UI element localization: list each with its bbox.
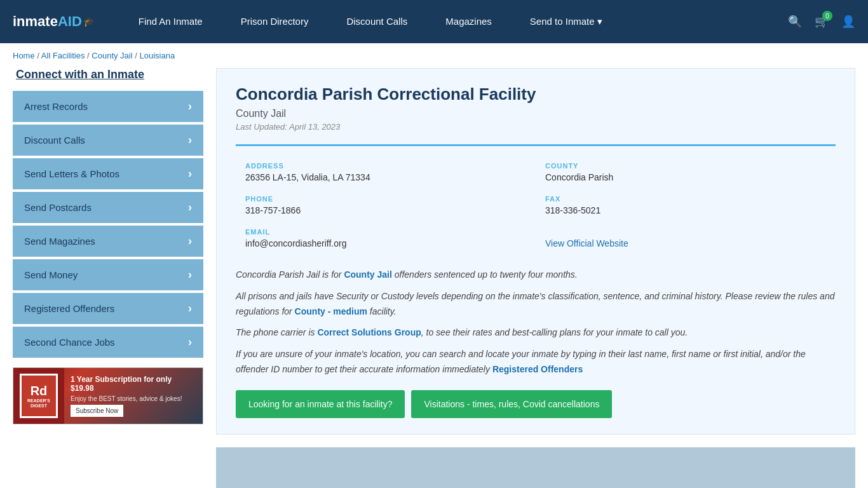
nav-prison-directory[interactable]: Prison Directory	[222, 16, 328, 27]
facility-card: Concordia Parish Correctional Facility C…	[216, 68, 855, 435]
email-label: EMAIL	[245, 228, 526, 236]
county-label: COUNTY	[545, 162, 826, 170]
user-icon[interactable]: 👤	[841, 15, 855, 29]
county-value: Concordia Parish	[545, 172, 826, 182]
fax-value: 318-336-5021	[545, 205, 826, 215]
fax-cell: FAX 318-336-5021	[536, 189, 836, 222]
breadcrumb-county-jail[interactable]: County Jail	[92, 51, 132, 60]
breadcrumb-home[interactable]: Home	[13, 51, 35, 60]
desc-inmate-search: If you are unsure of your inmate's locat…	[236, 347, 836, 377]
fax-label: FAX	[545, 195, 826, 203]
ad-subtitle: Enjoy the BEST stories, advice & jokes!	[71, 395, 196, 402]
nav-discount-calls[interactable]: Discount Calls	[327, 16, 426, 27]
search-icon[interactable]: 🔍	[788, 15, 802, 29]
main-container: Connect with an Inmate Arrest Records › …	[0, 68, 868, 488]
desc-county-jail: Concordia Parish Jail is for County Jail…	[236, 268, 836, 283]
breadcrumb-state[interactable]: Louisiana	[139, 51, 175, 60]
nav-find-inmate[interactable]: Find An Inmate	[119, 16, 222, 27]
phone-cell: PHONE 318-757-1866	[236, 189, 536, 222]
logo[interactable]: inmateAID🎓	[13, 13, 94, 30]
phone-value: 318-757-1866	[245, 205, 526, 215]
logo-aid: AID	[58, 13, 82, 30]
email-cell: EMAIL info@concordiasheriff.org	[236, 222, 536, 255]
arrow-icon: ›	[188, 234, 192, 248]
breadcrumb: Home / All Facilities / County Jail / Lo…	[0, 43, 868, 68]
cart-badge: 0	[822, 11, 832, 21]
county-cell: COUNTY Concordia Parish	[536, 156, 836, 189]
county-medium-link[interactable]: County - medium	[295, 306, 367, 316]
arrow-icon: ›	[188, 100, 192, 113]
arrow-icon: ›	[188, 133, 192, 147]
arrow-icon: ›	[188, 302, 192, 315]
county-jail-link[interactable]: County Jail	[344, 269, 391, 280]
website-link[interactable]: View Official Website	[545, 238, 628, 248]
sidebar-second-chance-jobs[interactable]: Second Chance Jobs ›	[13, 327, 203, 358]
desc-security: All prisons and jails have Security or C…	[236, 289, 836, 320]
ad-rd-inner: Rd READER'S DIGEST	[20, 374, 58, 418]
ad-logo: Rd READER'S DIGEST	[13, 367, 64, 424]
breadcrumb-all-facilities[interactable]: All Facilities	[41, 51, 85, 60]
address-cell: ADDRESS 26356 LA-15, Vidalia, LA 71334	[236, 156, 536, 189]
address-label: ADDRESS	[245, 162, 526, 170]
sidebar-send-postcards[interactable]: Send Postcards ›	[13, 192, 203, 223]
nav-send-to-inmate[interactable]: Send to Inmate ▾	[511, 16, 621, 27]
logo-text: inmate	[13, 13, 58, 30]
sidebar-title: Connect with an Inmate	[13, 68, 203, 81]
desc-phone-carrier: The phone carrier is Correct Solutions G…	[236, 325, 836, 341]
nav-magazines[interactable]: Magazines	[426, 16, 511, 27]
website-cell: WEBSITE View Official Website	[536, 222, 836, 255]
cart-icon[interactable]: 🛒 0	[815, 15, 829, 29]
arrow-icon: ›	[188, 336, 192, 349]
arrow-icon: ›	[188, 268, 192, 281]
visitations-button[interactable]: Visitations - times, rules, Covid cancel…	[411, 390, 612, 418]
sidebar-arrest-records[interactable]: Arrest Records ›	[13, 91, 203, 122]
address-value: 26356 LA-15, Vidalia, LA 71334	[245, 172, 526, 182]
facility-last-updated: Last Updated: April 13, 2023	[236, 122, 836, 132]
ad-rd-abbr: Rd	[31, 384, 48, 398]
sidebar-send-magazines[interactable]: Send Magazines ›	[13, 226, 203, 257]
facility-title: Concordia Parish Correctional Facility	[236, 85, 836, 104]
logo-icon: 🎓	[83, 17, 94, 27]
looking-for-inmate-button[interactable]: Looking for an inmate at this facility?	[236, 390, 405, 418]
sidebar-send-money[interactable]: Send Money ›	[13, 259, 203, 290]
ad-rd-name: READER'S DIGEST	[22, 398, 56, 408]
navigation: inmateAID🎓 Find An Inmate Prison Directo…	[0, 0, 868, 43]
sidebar-send-letters[interactable]: Send Letters & Photos ›	[13, 158, 203, 189]
nav-links: Find An Inmate Prison Directory Discount…	[119, 16, 788, 27]
phone-label: PHONE	[245, 195, 526, 203]
arrow-icon: ›	[188, 201, 192, 214]
email-value: info@concordiasheriff.org	[245, 238, 526, 248]
ad-title: 1 Year Subscription for only $19.98	[71, 375, 196, 393]
correct-solutions-link[interactable]: Correct Solutions Group	[317, 327, 421, 337]
facility-info-grid: ADDRESS 26356 LA-15, Vidalia, LA 71334 C…	[236, 144, 836, 255]
map-placeholder	[216, 447, 855, 488]
registered-offenders-link[interactable]: Registered Offenders	[492, 364, 583, 374]
ad-content: 1 Year Subscription for only $19.98 Enjo…	[64, 370, 203, 422]
sidebar: Connect with an Inmate Arrest Records › …	[13, 68, 203, 488]
sidebar-discount-calls[interactable]: Discount Calls ›	[13, 125, 203, 156]
arrow-icon: ›	[188, 167, 192, 180]
action-buttons: Looking for an inmate at this facility? …	[236, 390, 836, 418]
facility-subtitle: County Jail	[236, 108, 836, 119]
nav-right: 🔍 🛒 0 👤	[788, 15, 855, 29]
advertisement: Rd READER'S DIGEST 1 Year Subscription f…	[13, 367, 203, 424]
sidebar-registered-offenders[interactable]: Registered Offenders ›	[13, 293, 203, 324]
ad-subscribe-button[interactable]: Subscribe Now	[71, 405, 123, 417]
content-area: Concordia Parish Correctional Facility C…	[216, 68, 855, 488]
